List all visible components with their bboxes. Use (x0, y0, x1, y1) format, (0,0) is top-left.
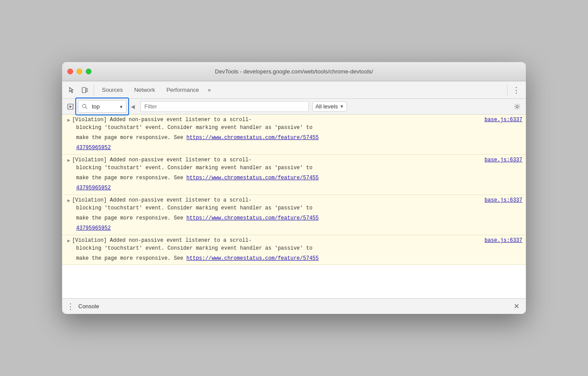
console-toolbar: top ▼ ◀ All levels ▼ (62, 99, 526, 115)
message-continuation-4b: make the page more responsive. See https… (62, 254, 526, 265)
device-toolbar-button[interactable] (79, 84, 91, 96)
minimize-button[interactable] (77, 69, 82, 74)
console-message-block-4: ▶ [Violation] Added non-passive event li… (62, 235, 526, 265)
svg-point-5 (516, 105, 518, 108)
tab-sources[interactable]: Sources (97, 85, 128, 95)
message-continuation-4a: blocking 'touchstart' event. Consider ma… (62, 244, 526, 254)
devtools-toolbar: Sources Network Performance » ⋮ (62, 81, 526, 99)
message-link-1b[interactable]: 43795965952 (76, 145, 111, 151)
message-continuation-3a: blocking 'touchstart' event. Consider ma… (62, 204, 526, 214)
toolbar-divider-1 (94, 85, 94, 95)
search-icon (80, 104, 89, 109)
levels-label: All levels (315, 103, 338, 110)
window-title: DevTools - developers.google.com/web/too… (215, 68, 373, 75)
message-link-3[interactable]: https://www.chromestatus.com/feature/574… (186, 215, 318, 221)
message-link-4[interactable]: https://www.chromestatus.com/feature/574… (186, 255, 318, 261)
message-source-2[interactable]: base.js:6337 (485, 157, 522, 163)
levels-arrow: ▼ (340, 104, 344, 109)
message-continuation-2c: 43795965952 (62, 184, 526, 195)
tab-network[interactable]: Network (129, 85, 161, 95)
cursor-icon (68, 87, 75, 94)
bottom-menu-button[interactable]: ⋮ (66, 302, 75, 311)
table-row: ▶ [Violation] Added non-passive event li… (62, 235, 526, 244)
message-continuation-1b: make the page more responsive. See https… (62, 134, 526, 144)
window-controls (67, 69, 91, 74)
message-arrow-4[interactable]: ▶ (67, 238, 70, 244)
close-button[interactable] (67, 69, 73, 74)
context-selector-wrapper: top ▼ (78, 100, 126, 113)
svg-rect-1 (86, 88, 88, 92)
message-continuation-2b: make the page more responsive. See https… (62, 174, 526, 184)
message-continuation-1c: 43795965952 (62, 144, 526, 154)
table-row: ▶ [Violation] Added non-passive event li… (62, 115, 526, 124)
play-icon (67, 104, 74, 110)
message-text-3: [Violation] Added non-passive event list… (72, 197, 481, 203)
message-source-1[interactable]: base.js:6337 (485, 117, 522, 123)
message-continuation-2a: blocking 'touchstart' event. Consider ma… (62, 164, 526, 174)
message-continuation-3b: make the page more responsive. See https… (62, 214, 526, 224)
levels-dropdown[interactable]: All levels ▼ (312, 101, 347, 111)
message-continuation-3c: 43795965952 (62, 224, 526, 235)
context-selector[interactable]: top (89, 101, 124, 111)
message-continuation-1a: blocking 'touchstart' event. Consider ma… (62, 124, 526, 134)
inspect-element-button[interactable] (66, 84, 78, 96)
message-text-1: [Violation] Added non-passive event list… (72, 117, 481, 123)
clear-console-button[interactable] (65, 101, 76, 112)
table-row: ▶ [Violation] Added non-passive event li… (62, 155, 526, 164)
message-source-3[interactable]: base.js:6337 (485, 197, 522, 203)
message-arrow-2[interactable]: ▶ (67, 157, 70, 163)
message-link-2[interactable]: https://www.chromestatus.com/feature/574… (186, 175, 318, 181)
message-arrow-3[interactable]: ▶ (67, 198, 70, 203)
close-console-button[interactable]: ✕ (511, 301, 522, 312)
message-text-4: [Violation] Added non-passive event list… (72, 237, 481, 244)
message-link-3b[interactable]: 43795965952 (76, 225, 111, 231)
svg-point-3 (83, 104, 86, 108)
console-message-block-3: ▶ [Violation] Added non-passive event li… (62, 195, 526, 235)
maximize-button[interactable] (86, 69, 91, 74)
tab-performance[interactable]: Performance (161, 85, 204, 95)
toolbar-more-tabs[interactable]: » (205, 85, 214, 95)
console-settings-button[interactable] (511, 101, 523, 113)
console-output: ▶ [Violation] Added non-passive event li… (62, 115, 526, 298)
svg-rect-0 (82, 87, 86, 93)
console-message-block-2: ▶ [Violation] Added non-passive event li… (62, 155, 526, 195)
message-link-2b[interactable]: 43795965952 (76, 185, 111, 191)
device-icon (81, 87, 88, 94)
gear-icon (514, 103, 521, 110)
toolbar-divider-2 (507, 85, 508, 95)
console-nav-left[interactable]: ◀ (128, 102, 137, 111)
message-source-4[interactable]: base.js:6337 (485, 237, 522, 244)
message-text-2: [Violation] Added non-passive event list… (72, 157, 481, 163)
message-link-1[interactable]: https://www.chromestatus.com/feature/574… (186, 135, 318, 141)
devtools-window: DevTools - developers.google.com/web/too… (62, 62, 526, 314)
title-bar: DevTools - developers.google.com/web/too… (62, 62, 526, 81)
console-tab-label: Console (78, 303, 99, 310)
bottom-bar: ⋮ Console ✕ (62, 298, 526, 314)
filter-input[interactable] (140, 101, 309, 112)
devtools-menu-button[interactable]: ⋮ (510, 84, 522, 96)
svg-line-4 (86, 108, 88, 109)
console-message-block-1: ▶ [Violation] Added non-passive event li… (62, 115, 526, 155)
message-arrow-1[interactable]: ▶ (67, 117, 70, 123)
table-row: ▶ [Violation] Added non-passive event li… (62, 195, 526, 204)
